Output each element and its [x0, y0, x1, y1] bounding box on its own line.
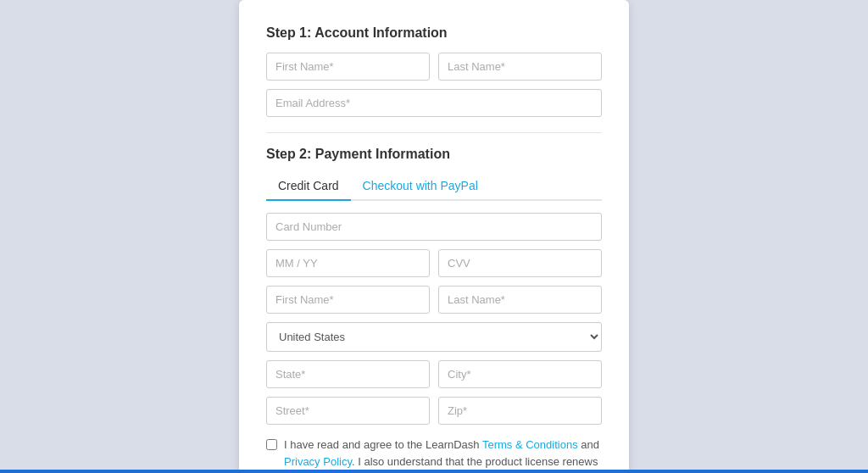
section-divider: [266, 132, 602, 133]
billing-street[interactable]: [266, 397, 430, 425]
account-first-name[interactable]: [266, 53, 430, 81]
tab-paypal[interactable]: Checkout with PayPal: [351, 174, 490, 201]
card-number[interactable]: [266, 213, 602, 241]
billing-first-name[interactable]: [266, 286, 430, 314]
country-select[interactable]: United States Canada United Kingdom Aust…: [266, 322, 602, 352]
account-last-name[interactable]: [438, 53, 602, 81]
billing-state[interactable]: [266, 360, 430, 388]
privacy-link[interactable]: Privacy Policy: [284, 455, 352, 468]
terms-link[interactable]: Terms & Conditions: [482, 438, 578, 451]
card-cvv[interactable]: [438, 249, 602, 277]
billing-city[interactable]: [438, 360, 602, 388]
payment-tabs: Credit Card Checkout with PayPal: [266, 174, 602, 201]
card-expiry[interactable]: [266, 249, 430, 277]
step1-title: Step 1: Account Information: [266, 25, 602, 41]
terms-row: I have read and agree to the LearnDash T…: [266, 437, 602, 473]
account-email[interactable]: [266, 89, 602, 117]
bottom-bar: [0, 470, 868, 473]
checkout-form: Step 1: Account Information Step 2: Paym…: [239, 0, 629, 473]
billing-zip[interactable]: [438, 397, 602, 425]
step2-title: Step 2: Payment Information: [266, 147, 602, 162]
terms-text: I have read and agree to the LearnDash T…: [284, 437, 602, 473]
tab-credit-card[interactable]: Credit Card: [266, 174, 351, 201]
billing-last-name[interactable]: [438, 286, 602, 314]
terms-checkbox[interactable]: [266, 439, 277, 450]
